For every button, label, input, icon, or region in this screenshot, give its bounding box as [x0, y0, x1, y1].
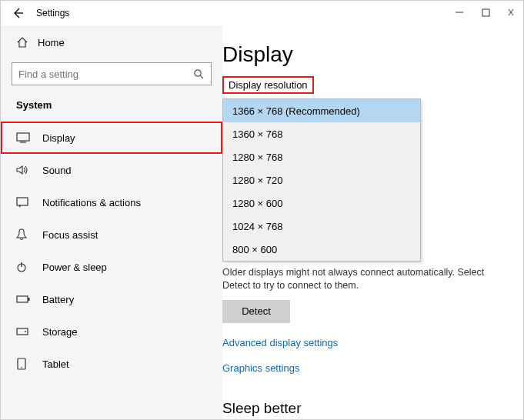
window-controls	[452, 5, 519, 19]
nav-label: Power & sleep	[42, 262, 107, 273]
svg-rect-6	[28, 298, 30, 301]
storage-icon	[16, 327, 42, 336]
nav-label: Sound	[42, 165, 72, 176]
main-panel: Display Display resolution 1366 × 768 (R…	[222, 25, 523, 419]
focus-assist-icon	[16, 228, 42, 241]
search-icon	[192, 68, 205, 79]
resolution-option[interactable]: 1366 × 768 (Recommended)	[223, 99, 420, 122]
page-title: Display	[222, 42, 509, 67]
display-icon	[16, 132, 42, 143]
nav-item-notifications[interactable]: Notifications & actions	[1, 186, 222, 218]
category-label: System	[1, 95, 222, 122]
nav-item-storage[interactable]: Storage	[1, 315, 222, 348]
svg-rect-2	[17, 133, 29, 141]
nav-label: Tablet	[42, 358, 69, 370]
resolution-dropdown[interactable]: 1366 × 768 (Recommended) 1360 × 768 1280…	[222, 98, 421, 262]
resolution-option[interactable]: 1280 × 720	[223, 168, 420, 192]
svg-point-1	[195, 70, 201, 76]
power-icon	[16, 262, 42, 272]
home-icon	[16, 36, 38, 48]
back-button[interactable]	[10, 5, 25, 21]
svg-rect-5	[17, 296, 28, 302]
main-container: Home System Display Sound Notifications …	[1, 25, 523, 419]
nav-label: Notifications & actions	[42, 197, 141, 208]
close-partial-button[interactable]	[505, 5, 519, 19]
home-nav[interactable]: Home	[1, 28, 222, 56]
svg-point-10	[21, 367, 22, 368]
resolution-option[interactable]: 800 × 600	[223, 238, 420, 261]
helper-text: Older displays might not always connect …	[222, 266, 499, 292]
sound-icon	[16, 165, 42, 175]
tablet-icon	[16, 358, 42, 370]
search-box[interactable]	[12, 62, 212, 85]
maximize-button[interactable]	[479, 5, 492, 19]
resolution-option[interactable]: 1360 × 768	[223, 122, 420, 145]
nav-item-display[interactable]: Display	[1, 122, 222, 154]
nav-item-focus-assist[interactable]: Focus assist	[1, 218, 222, 251]
notifications-icon	[16, 197, 42, 208]
close-icon	[508, 8, 516, 17]
svg-rect-3	[17, 198, 28, 205]
resolution-option[interactable]: 1280 × 600	[223, 192, 420, 215]
nav-label: Display	[42, 132, 75, 144]
nav-item-tablet[interactable]: Tablet	[1, 348, 222, 380]
titlebar: Settings	[1, 1, 523, 25]
detect-button[interactable]: Detect	[222, 300, 290, 323]
resolution-option[interactable]: 1280 × 768	[223, 145, 420, 168]
graphics-settings-link[interactable]: Graphics settings	[222, 362, 509, 374]
sidebar: Home System Display Sound Notifications …	[1, 25, 222, 419]
resolution-option[interactable]: 1024 × 768	[223, 215, 420, 238]
nav-item-power-sleep[interactable]: Power & sleep	[1, 251, 222, 283]
search-input[interactable]	[18, 68, 192, 80]
nav-label: Battery	[42, 294, 74, 305]
nav-item-battery[interactable]: Battery	[1, 283, 222, 315]
maximize-icon	[482, 8, 490, 17]
arrow-left-icon	[12, 7, 24, 19]
battery-icon	[16, 295, 42, 304]
window-title: Settings	[36, 8, 69, 18]
resolution-section-label: Display resolution	[222, 76, 314, 94]
advanced-display-link[interactable]: Advanced display settings	[222, 337, 509, 348]
svg-rect-0	[482, 9, 489, 16]
nav-label: Focus assist	[42, 229, 98, 241]
home-label: Home	[38, 37, 65, 48]
minimize-icon	[455, 8, 464, 17]
sleep-better-heading: Sleep better	[222, 400, 509, 417]
minimize-button[interactable]	[452, 5, 466, 19]
nav-label: Storage	[42, 326, 78, 338]
svg-point-8	[25, 331, 26, 332]
nav-item-sound[interactable]: Sound	[1, 154, 222, 186]
